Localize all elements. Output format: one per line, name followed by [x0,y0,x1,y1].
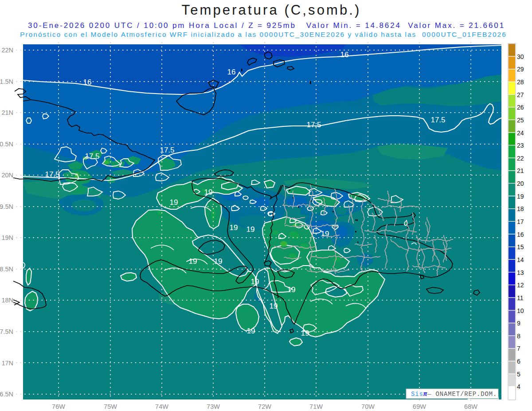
svg-text:22N: 22N [1,47,13,54]
svg-text:68W: 68W [464,403,477,410]
svg-text:8: 8 [517,333,520,340]
svg-text:21N: 21N [1,109,13,116]
svg-text:Temperatura (C,somb.): Temperatura (C,somb.) [182,2,361,18]
svg-text:69W: 69W [413,403,426,410]
svg-text:19: 19 [189,257,197,266]
svg-text:4: 4 [517,383,520,390]
svg-text:7.5N: 7.5N [0,328,13,335]
svg-text:20N: 20N [1,172,13,179]
svg-text:19: 19 [246,225,255,234]
svg-text:9.5N: 9.5N [0,203,13,210]
svg-text:Sisπ— ONAMET/REP.DOM.: Sisπ— ONAMET/REP.DOM. [411,391,497,398]
svg-text:25: 25 [517,117,524,124]
svg-text:29: 29 [517,66,524,73]
svg-text:17.5: 17.5 [85,152,99,160]
svg-text:19: 19 [270,302,278,310]
svg-text:11: 11 [517,294,524,301]
svg-text:30: 30 [517,53,524,60]
svg-text:1.5N: 1.5N [0,78,13,85]
svg-text:18: 18 [517,205,524,212]
svg-text:17.5: 17.5 [306,121,321,129]
svg-text:30-Ene-2026 0200 UTC / 10:00: 30-Ene-2026 0200 UTC / 10:00 pm Hora Loc… [28,21,505,30]
svg-text:10: 10 [517,307,524,314]
svg-text:20: 20 [517,180,524,187]
svg-text:Pronóstico con el Modelo Atmos: Pronóstico con el Modelo Atmosferico WRF… [20,31,507,38]
svg-text:17.5: 17.5 [160,146,174,154]
svg-text:19: 19 [517,193,524,200]
svg-text:23: 23 [517,142,524,149]
svg-text:74W: 74W [155,403,168,410]
svg-text:26: 26 [517,104,524,111]
svg-text:8.5N: 8.5N [0,266,13,273]
svg-text:17: 17 [517,218,524,225]
svg-text:19: 19 [170,198,178,207]
svg-text:14: 14 [517,256,524,263]
svg-text:72W: 72W [258,403,271,410]
svg-text:5: 5 [517,371,520,378]
svg-text:73W: 73W [207,403,220,410]
svg-text:19: 19 [321,230,329,238]
svg-text:24: 24 [517,129,524,137]
svg-text:0.5N: 0.5N [0,141,13,148]
svg-text:6: 6 [517,358,520,365]
svg-text:9: 9 [517,320,520,327]
svg-text:21: 21 [517,167,524,174]
svg-text:19: 19 [247,327,255,335]
svg-text:16: 16 [227,68,236,76]
svg-text:19: 19 [230,223,238,232]
svg-text:16: 16 [83,78,92,86]
svg-text:76W: 76W [52,403,65,410]
svg-text:19: 19 [204,188,213,196]
svg-text:15: 15 [517,243,524,251]
svg-text:13: 13 [517,269,524,276]
svg-text:19: 19 [251,278,259,286]
svg-text:27: 27 [517,91,524,98]
svg-text:19N: 19N [1,234,13,241]
svg-text:12: 12 [517,282,524,289]
svg-text:28: 28 [517,78,524,86]
svg-text:19: 19 [214,257,223,266]
svg-text:75W: 75W [104,403,117,410]
svg-text:22: 22 [517,155,524,162]
svg-text:6.5N: 6.5N [0,391,13,398]
svg-text:17.5: 17.5 [430,116,445,124]
svg-text:19: 19 [301,329,309,337]
svg-text:17.5: 17.5 [45,170,59,179]
svg-text:7: 7 [517,345,520,352]
svg-text:16: 16 [340,51,349,59]
svg-text:70W: 70W [361,403,375,410]
svg-text:16: 16 [517,231,524,238]
svg-text:17N: 17N [1,360,13,367]
svg-text:71W: 71W [309,403,323,410]
svg-text:19: 19 [287,286,296,294]
svg-text:18N: 18N [1,297,13,304]
